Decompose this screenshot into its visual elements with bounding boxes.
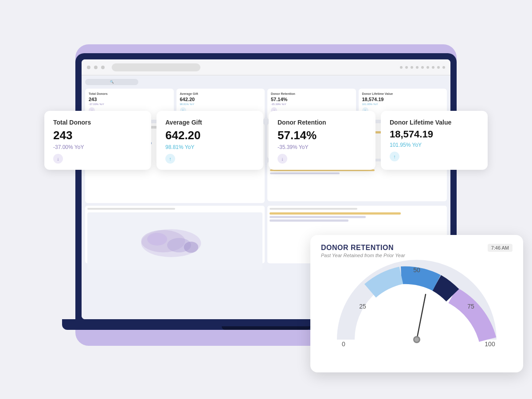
retention-title-group: DONOR RETENTION Past Year Retained from … xyxy=(321,244,405,258)
svg-point-4 xyxy=(147,233,167,246)
mini-kpi-4-value: 18,574.19 xyxy=(362,97,444,102)
scene: Total Donors 243 -37.00% YoY ↓ Average G… xyxy=(22,18,510,381)
right-mid-bars xyxy=(270,169,444,174)
map-placeholder xyxy=(87,212,262,270)
nav-dot-5 xyxy=(421,66,424,69)
kpi-icon-1: ↓ xyxy=(53,154,63,164)
nav-dot-3 xyxy=(411,66,413,69)
mini-kpi-3-value: 57.14% xyxy=(271,97,352,102)
retention-title: DONOR RETENTION xyxy=(321,244,405,252)
kpi-icon-4: ↑ xyxy=(390,152,399,161)
gauge-label-75: 75 xyxy=(467,303,474,310)
browser-url-bar[interactable] xyxy=(112,63,200,71)
mini-kpi-2-value: 642.20 xyxy=(180,97,262,102)
mini-kpi-1-label: Total Donors xyxy=(89,92,170,95)
mini-kpi-3-yoy: -35.39% YoY xyxy=(271,103,352,106)
mini-kpi-2-label: Average Gift xyxy=(180,92,262,95)
kpi-yoy-3: -35.39% YoY xyxy=(278,144,367,150)
gauge-needle-center xyxy=(415,337,419,342)
kpi-value-2: 642.20 xyxy=(165,129,254,142)
search-bar[interactable] xyxy=(85,79,138,85)
map-title-bar xyxy=(87,208,175,210)
gauge-svg: 0 25 50 75 100 xyxy=(332,260,501,357)
gauge-label-50: 50 xyxy=(413,266,420,274)
nav-dot-1 xyxy=(400,66,403,69)
kpi-card-retention: Donor Retention 57.14% -35.39% YoY ↓ xyxy=(269,111,376,170)
overlay-kpi-cards: Total Donors 243 -37.00% YoY ↓ Average G… xyxy=(44,111,488,170)
kpi-label-4: Donor Lifetime Value xyxy=(390,119,479,126)
kpi-icon-3: ↓ xyxy=(278,154,287,164)
nav-dot-2 xyxy=(405,66,408,69)
browser-nav-icons xyxy=(400,66,445,69)
mini-kpi-1-yoy: -37.00% YoY xyxy=(89,103,170,106)
browser-dot-1 xyxy=(87,66,90,69)
rmbar-2 xyxy=(270,172,340,174)
gauge-label-0: 0 xyxy=(342,340,345,348)
retention-time: 7:46 AM xyxy=(488,244,512,252)
gauge-needle xyxy=(417,294,426,340)
mini-kpi-1-value: 243 xyxy=(89,97,170,102)
browser-dot-3 xyxy=(101,66,105,69)
nav-dot-4 xyxy=(416,66,419,69)
kpi-label-3: Donor Retention xyxy=(278,119,367,126)
gauge-container: 0 25 50 75 100 xyxy=(321,260,512,357)
nav-dot-6 xyxy=(426,66,429,69)
kpi-icon-2: ↑ xyxy=(165,154,175,164)
kpi-value-4: 18,574.19 xyxy=(390,129,479,140)
kpi-yoy-4: 101.95% YoY xyxy=(390,142,479,148)
second-bar-title xyxy=(270,208,357,210)
nav-dot-7 xyxy=(432,66,434,69)
kpi-yoy-2: 98.81% YoY xyxy=(165,144,254,150)
kpi-value-3: 57.14% xyxy=(278,129,367,142)
second-bars xyxy=(270,212,445,222)
us-map-svg xyxy=(135,221,215,261)
kpi-card-total-donors: Total Donors 243 -37.00% YoY ↓ xyxy=(44,111,151,170)
sb-2 xyxy=(270,216,366,218)
mini-kpi-3-label: Donor Retention xyxy=(271,92,352,95)
mini-kpi-2-yoy: 98.81% YoY xyxy=(180,103,262,106)
mini-kpi-4-label: Donor Lifetime Value xyxy=(362,92,444,95)
kpi-card-avg-gift: Average Gift 642.20 98.81% YoY ↑ xyxy=(156,111,263,170)
sb-3 xyxy=(270,219,348,222)
retention-overlay: DONOR RETENTION Past Year Retained from … xyxy=(310,235,523,372)
mini-kpi-4-yoy: 101.95% YoY xyxy=(362,103,444,106)
kpi-value-1: 243 xyxy=(53,129,142,142)
retention-subtitle: Past Year Retained from the Prior Year xyxy=(321,253,405,258)
svg-point-3 xyxy=(184,242,198,253)
retention-header: DONOR RETENTION Past Year Retained from … xyxy=(321,244,512,258)
map-card xyxy=(85,206,265,263)
kpi-card-lifetime-value: Donor Lifetime Value 18,574.19 101.95% Y… xyxy=(381,111,488,170)
nav-dot-8 xyxy=(437,66,440,69)
nav-dot-9 xyxy=(442,66,445,69)
kpi-yoy-1: -37.00% YoY xyxy=(53,144,142,150)
sb-1 xyxy=(270,212,401,215)
kpi-label-1: Total Donors xyxy=(53,119,142,126)
search-row xyxy=(85,79,447,85)
gauge-label-100: 100 xyxy=(485,340,495,348)
gauge-label-25: 25 xyxy=(359,303,366,310)
kpi-label-2: Average Gift xyxy=(165,119,254,126)
browser-dot-2 xyxy=(94,66,98,69)
browser-chrome xyxy=(82,59,450,75)
